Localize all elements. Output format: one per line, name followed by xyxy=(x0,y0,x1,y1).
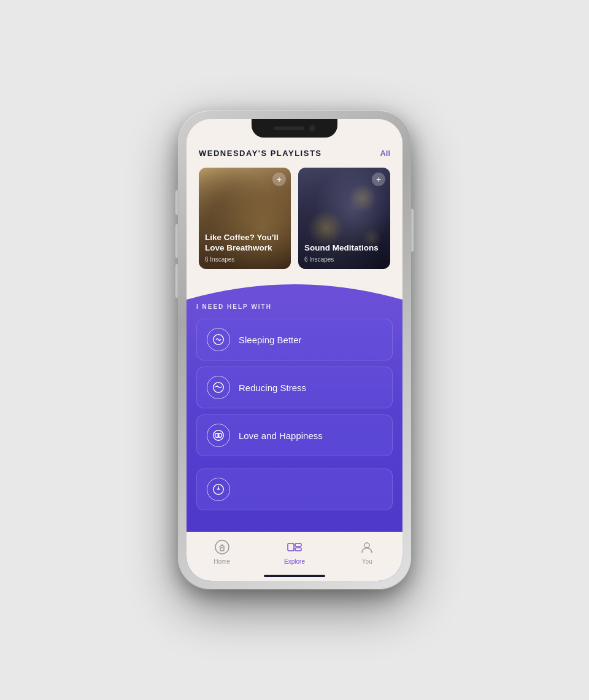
help-label-stress: Reducing Stress xyxy=(239,383,306,393)
all-link[interactable]: All xyxy=(380,149,390,158)
help-item-health[interactable] xyxy=(196,469,393,510)
love-icon xyxy=(207,424,230,447)
top-section: WEDNESDAY'S PLAYLISTS All + Like Coffee?… xyxy=(187,119,402,300)
card-title-1: Like Coffee? You'll Love Breathwork xyxy=(205,232,285,254)
explore-label: Explore xyxy=(284,558,305,565)
card-content-1: Like Coffee? You'll Love Breathwork 6 In… xyxy=(205,232,285,263)
you-label: You xyxy=(362,558,372,565)
nav-item-you[interactable]: You xyxy=(358,539,375,565)
svg-point-11 xyxy=(364,543,369,548)
cream-area: WEDNESDAY'S PLAYLISTS All + Like Coffee?… xyxy=(187,119,402,269)
speaker-icon xyxy=(274,126,304,130)
section-label: I NEED HELP WITH xyxy=(196,303,393,310)
home-label: Home xyxy=(214,558,230,565)
svg-point-6 xyxy=(215,540,229,554)
bottom-nav: Home Explore Yo xyxy=(187,532,402,581)
nav-item-home[interactable]: Home xyxy=(214,539,231,565)
volume-down-button xyxy=(175,264,179,298)
card-subtitle-2: 6 Inscapes xyxy=(304,256,384,263)
card-plus-2[interactable]: + xyxy=(372,173,385,186)
help-item-sleeping[interactable]: Sleeping Better xyxy=(196,319,393,360)
card-content-2: Sound Meditations 6 Inscapes xyxy=(304,243,384,263)
playlist-cards: + Like Coffee? You'll Love Breathwork 6 … xyxy=(199,168,390,269)
stress-icon xyxy=(207,376,230,399)
phone-screen: WEDNESDAY'S PLAYLISTS All + Like Coffee?… xyxy=(187,119,402,581)
help-item-stress[interactable]: Reducing Stress xyxy=(196,367,393,408)
svg-rect-10 xyxy=(295,548,301,551)
mute-button xyxy=(175,190,179,215)
app-content: WEDNESDAY'S PLAYLISTS All + Like Coffee?… xyxy=(187,119,402,581)
card-title-2: Sound Meditations xyxy=(304,243,384,254)
wave-divider xyxy=(187,269,402,300)
nav-item-explore[interactable]: Explore xyxy=(284,539,305,565)
card-plus-1[interactable]: + xyxy=(272,173,286,186)
phone-device: WEDNESDAY'S PLAYLISTS All + Like Coffee?… xyxy=(178,111,411,589)
home-bar xyxy=(264,575,325,577)
help-label-sleeping: Sleeping Better xyxy=(239,335,302,345)
explore-icon xyxy=(286,539,303,556)
home-icon xyxy=(214,539,231,556)
playlists-title: WEDNESDAY'S PLAYLISTS xyxy=(199,149,322,158)
phone-notch xyxy=(252,119,337,138)
volume-up-button xyxy=(175,224,179,258)
health-icon xyxy=(207,478,230,501)
playlist-card-1[interactable]: + Like Coffee? You'll Love Breathwork 6 … xyxy=(199,168,291,269)
svg-rect-7 xyxy=(220,548,224,551)
svg-rect-9 xyxy=(295,543,301,546)
card-subtitle-1: 6 Inscapes xyxy=(205,256,285,263)
sleep-icon xyxy=(207,328,230,351)
help-label-love: Love and Happiness xyxy=(239,430,323,441)
power-button xyxy=(410,209,414,252)
svg-point-4 xyxy=(218,434,221,437)
you-icon xyxy=(358,539,375,556)
help-item-love[interactable]: Love and Happiness xyxy=(196,414,393,456)
playlists-header: WEDNESDAY'S PLAYLISTS All xyxy=(199,149,390,158)
camera-icon xyxy=(309,125,315,131)
svg-rect-8 xyxy=(288,543,294,551)
playlist-card-2[interactable]: + Sound Meditations 6 Inscapes xyxy=(298,168,390,269)
help-items: Sleeping Better Reducing Stress xyxy=(196,319,393,510)
